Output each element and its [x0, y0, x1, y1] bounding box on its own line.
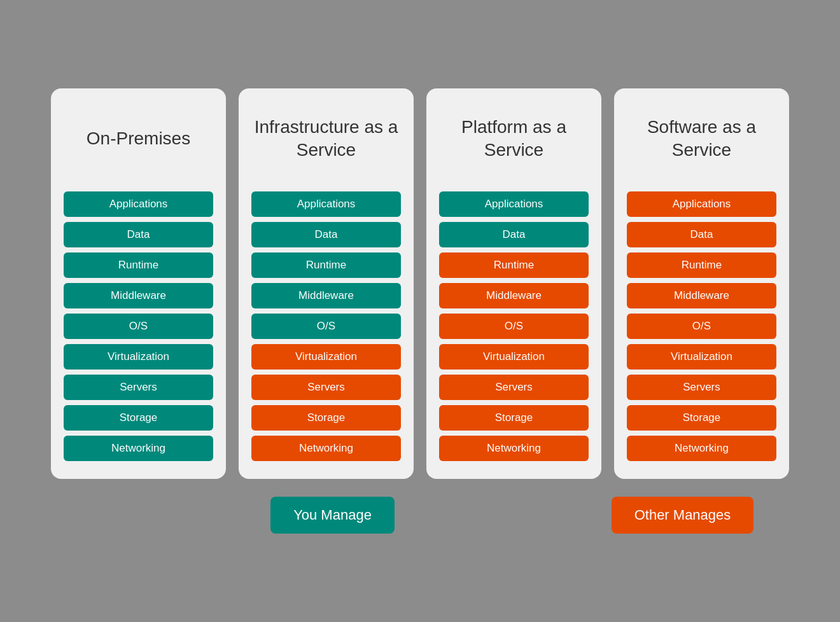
column-paas: Platform as a ServiceApplicationsDataRun…: [426, 88, 601, 479]
column-title-on-premises: On-Premises: [87, 104, 190, 174]
items-list-iaas: ApplicationsDataRuntimeMiddlewareO/SVirt…: [251, 191, 401, 461]
item-badge-servers-iaas: Servers: [251, 375, 401, 400]
column-title-iaas: Infrastructure as a Service: [251, 104, 401, 174]
item-badge-data-on-premises: Data: [64, 222, 213, 247]
item-badge-servers-saas: Servers: [627, 375, 776, 400]
you-manage-badge: You Manage: [270, 497, 395, 534]
item-badge-applications-iaas: Applications: [251, 191, 401, 217]
item-badge-servers-paas: Servers: [439, 375, 589, 400]
item-badge-o-s-saas: O/S: [627, 314, 776, 339]
items-list-saas: ApplicationsDataRuntimeMiddlewareO/SVirt…: [627, 191, 776, 461]
item-badge-virtualization-iaas: Virtualization: [251, 344, 401, 370]
item-badge-virtualization-paas: Virtualization: [439, 344, 589, 370]
item-badge-middleware-on-premises: Middleware: [64, 283, 213, 308]
items-list-on-premises: ApplicationsDataRuntimeMiddlewareO/SVirt…: [64, 191, 213, 461]
item-badge-virtualization-on-premises: Virtualization: [64, 344, 213, 370]
item-badge-o-s-iaas: O/S: [251, 314, 401, 339]
item-badge-virtualization-saas: Virtualization: [627, 344, 776, 370]
column-on-premises: On-PremisesApplicationsDataRuntimeMiddle…: [51, 88, 226, 479]
item-badge-runtime-paas: Runtime: [439, 252, 589, 278]
item-badge-storage-saas: Storage: [627, 405, 776, 431]
item-badge-networking-paas: Networking: [439, 436, 589, 461]
item-badge-data-saas: Data: [627, 222, 776, 247]
column-title-paas: Platform as a Service: [439, 104, 589, 174]
item-badge-servers-on-premises: Servers: [64, 375, 213, 400]
item-badge-middleware-paas: Middleware: [439, 283, 589, 308]
item-badge-applications-saas: Applications: [627, 191, 776, 217]
item-badge-o-s-paas: O/S: [439, 314, 589, 339]
item-badge-applications-on-premises: Applications: [64, 191, 213, 217]
column-title-saas: Software as a Service: [627, 104, 776, 174]
item-badge-runtime-iaas: Runtime: [251, 252, 401, 278]
item-badge-o-s-on-premises: O/S: [64, 314, 213, 339]
items-list-paas: ApplicationsDataRuntimeMiddlewareO/SVirt…: [439, 191, 589, 461]
item-badge-data-iaas: Data: [251, 222, 401, 247]
item-badge-storage-iaas: Storage: [251, 405, 401, 431]
legend-row: You Manage Other Manages: [32, 497, 808, 534]
item-badge-middleware-iaas: Middleware: [251, 283, 401, 308]
item-badge-runtime-on-premises: Runtime: [64, 252, 213, 278]
item-badge-storage-on-premises: Storage: [64, 405, 213, 431]
item-badge-data-paas: Data: [439, 222, 589, 247]
item-badge-networking-on-premises: Networking: [64, 436, 213, 461]
columns-row: On-PremisesApplicationsDataRuntimeMiddle…: [32, 88, 808, 479]
item-badge-applications-paas: Applications: [439, 191, 589, 217]
other-manages-badge: Other Manages: [612, 497, 754, 534]
column-iaas: Infrastructure as a ServiceApplicationsD…: [239, 88, 414, 479]
item-badge-storage-paas: Storage: [439, 405, 589, 431]
item-badge-networking-iaas: Networking: [251, 436, 401, 461]
column-saas: Software as a ServiceApplicationsDataRun…: [614, 88, 789, 479]
item-badge-middleware-saas: Middleware: [627, 283, 776, 308]
item-badge-networking-saas: Networking: [627, 436, 776, 461]
item-badge-runtime-saas: Runtime: [627, 252, 776, 278]
main-container: On-PremisesApplicationsDataRuntimeMiddle…: [32, 88, 808, 534]
